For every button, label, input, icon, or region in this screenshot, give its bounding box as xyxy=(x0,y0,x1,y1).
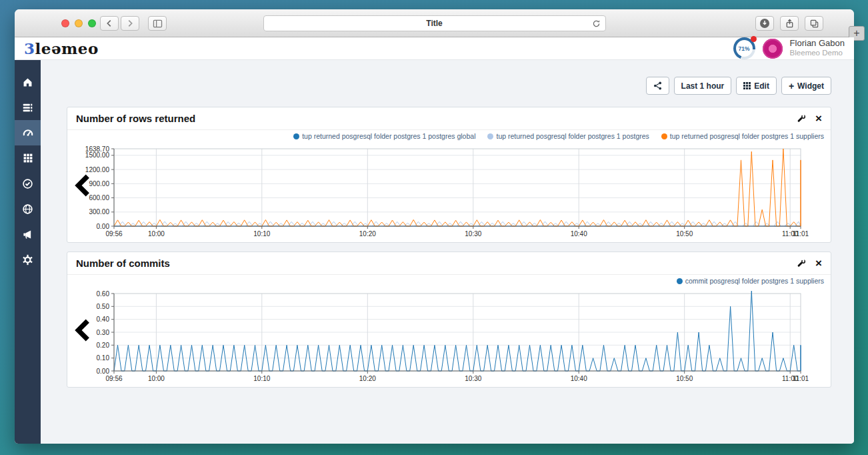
logo-wordmark: leəmeo xyxy=(35,39,99,57)
svg-text:0.50: 0.50 xyxy=(97,303,110,310)
logo-mark: 3 xyxy=(24,39,35,57)
nav-buttons xyxy=(100,16,139,31)
chevron-right-icon xyxy=(125,19,135,28)
svg-text:11:01: 11:01 xyxy=(793,230,809,238)
sidebar-item-dashboard[interactable] xyxy=(15,120,41,145)
wrench-icon[interactable] xyxy=(797,114,806,123)
edit-label: Edit xyxy=(754,81,769,91)
tabs-overview-button[interactable] xyxy=(805,16,823,31)
panel-actions: × xyxy=(797,259,822,268)
chrome-right-buttons xyxy=(755,16,823,31)
gauge-icon xyxy=(22,127,34,139)
megaphone-icon xyxy=(22,229,33,240)
sidebar-item-web[interactable] xyxy=(15,196,41,221)
panel-header: Number of rows returned × xyxy=(67,107,831,130)
share-dashboard-button[interactable] xyxy=(646,77,669,95)
chart-legend: commit posgresql folder postgres 1 suppl… xyxy=(677,277,824,285)
legend-item[interactable]: commit posgresql folder postgres 1 suppl… xyxy=(677,277,824,285)
sidebar-item-checks[interactable] xyxy=(15,171,41,196)
svg-text:10:00: 10:00 xyxy=(148,230,165,238)
traffic-lights xyxy=(61,19,96,27)
svg-text:10:40: 10:40 xyxy=(571,375,587,382)
svg-text:10:30: 10:30 xyxy=(465,230,481,238)
svg-text:1200.00: 1200.00 xyxy=(85,166,110,173)
svg-text:0.00: 0.00 xyxy=(97,223,110,230)
svg-text:0.20: 0.20 xyxy=(97,342,110,349)
wrench-icon[interactable] xyxy=(797,259,806,268)
svg-text:10:10: 10:10 xyxy=(253,375,270,382)
user-name: Florian Gabon xyxy=(790,39,845,49)
legend-label: tup returned posgresql folder postgres 1… xyxy=(302,132,475,140)
svg-text:09:56: 09:56 xyxy=(105,375,122,382)
dashboard-main: Last 1 hour Edit + Widget Number of rows… xyxy=(41,60,854,444)
commits-panel: Number of commits × commit posgresql fol… xyxy=(67,252,831,388)
share-button[interactable] xyxy=(780,16,799,31)
legend-item[interactable]: tup returned posgresql folder postgres 1… xyxy=(487,132,649,140)
rows-returned-panel: Number of rows returned × tup returned p… xyxy=(67,107,831,243)
legend-label: commit posgresql folder postgres 1 suppl… xyxy=(685,277,824,285)
svg-text:600.00: 600.00 xyxy=(89,194,109,201)
refresh-icon xyxy=(591,19,601,29)
svg-text:10:20: 10:20 xyxy=(359,375,376,382)
close-panel-icon[interactable]: × xyxy=(815,114,822,123)
panel-title: Number of rows returned xyxy=(76,113,195,124)
plus-icon: + xyxy=(789,81,794,91)
minimize-window-icon[interactable] xyxy=(75,19,83,27)
sidebar-item-settings[interactable] xyxy=(15,247,41,272)
avatar[interactable] xyxy=(763,39,783,59)
zoom-window-icon[interactable] xyxy=(88,19,96,27)
svg-text:0.00: 0.00 xyxy=(97,368,110,375)
add-widget-button[interactable]: + Widget xyxy=(781,77,831,95)
panel-header: Number of commits × xyxy=(67,252,831,275)
sidebar-toggle-button[interactable] xyxy=(148,16,167,31)
edit-button[interactable]: Edit xyxy=(736,77,777,95)
sidebar-item-agents[interactable] xyxy=(15,95,41,120)
user-info[interactable]: Florian Gabon Bleemeo Demo xyxy=(790,39,845,57)
svg-text:10:30: 10:30 xyxy=(465,375,481,382)
legend-dot-icon xyxy=(661,133,667,139)
notification-dot xyxy=(751,36,757,42)
svg-text:900.00: 900.00 xyxy=(89,180,109,187)
time-range-label: Last 1 hour xyxy=(681,81,725,91)
server-list-icon xyxy=(22,102,33,113)
rows-returned-chart: 1638.701500.001200.00900.00600.00300.000… xyxy=(81,143,831,241)
download-button[interactable] xyxy=(755,16,774,31)
close-panel-icon[interactable]: × xyxy=(815,259,822,268)
address-bar[interactable]: Title xyxy=(263,15,606,31)
refresh-button[interactable] xyxy=(591,19,601,31)
panel-title: Number of commits xyxy=(76,258,170,269)
time-range-button[interactable]: Last 1 hour xyxy=(674,77,732,95)
sidebar-item-announcements[interactable] xyxy=(15,221,41,247)
share-icon xyxy=(785,19,795,29)
legend-dot-icon xyxy=(677,278,683,284)
app-header: 3leəmeo 71% Florian Gabon Bleemeo Demo xyxy=(15,37,854,60)
panel-actions: × xyxy=(797,114,822,123)
sidebar xyxy=(15,60,41,444)
legend-item[interactable]: tup returned posgresql folder postgres 1… xyxy=(661,132,824,140)
sidebar-item-home[interactable] xyxy=(15,69,41,95)
bleemeo-logo[interactable]: 3leəmeo xyxy=(24,39,99,57)
grid-small-icon xyxy=(743,82,751,89)
svg-text:10:40: 10:40 xyxy=(571,230,587,238)
legend-label: tup returned posgresql folder postgres 1… xyxy=(496,132,649,140)
legend-label: tup returned posgresql folder postgres 1… xyxy=(670,132,824,140)
download-icon xyxy=(759,18,770,29)
sidebar-item-services[interactable] xyxy=(15,145,41,171)
panel-body: tup returned posgresql folder postgres 1… xyxy=(67,130,831,242)
gear-icon xyxy=(22,254,33,266)
svg-text:0.60: 0.60 xyxy=(97,290,110,298)
user-org: Bleemeo Demo xyxy=(790,49,845,57)
back-button[interactable] xyxy=(100,16,119,31)
svg-text:10:10: 10:10 xyxy=(253,230,270,238)
widget-label: Widget xyxy=(797,81,824,91)
svg-text:10:50: 10:50 xyxy=(676,375,693,382)
forward-button[interactable] xyxy=(121,16,139,31)
share-alt-icon xyxy=(653,81,662,90)
close-window-icon[interactable] xyxy=(61,19,69,27)
health-gauge[interactable]: 71% xyxy=(733,37,755,59)
grid-icon xyxy=(23,153,33,163)
page-title: Title xyxy=(426,19,442,28)
legend-item[interactable]: tup returned posgresql folder postgres 1… xyxy=(293,132,475,140)
check-circle-icon xyxy=(22,178,33,189)
svg-text:09:56: 09:56 xyxy=(105,230,122,238)
